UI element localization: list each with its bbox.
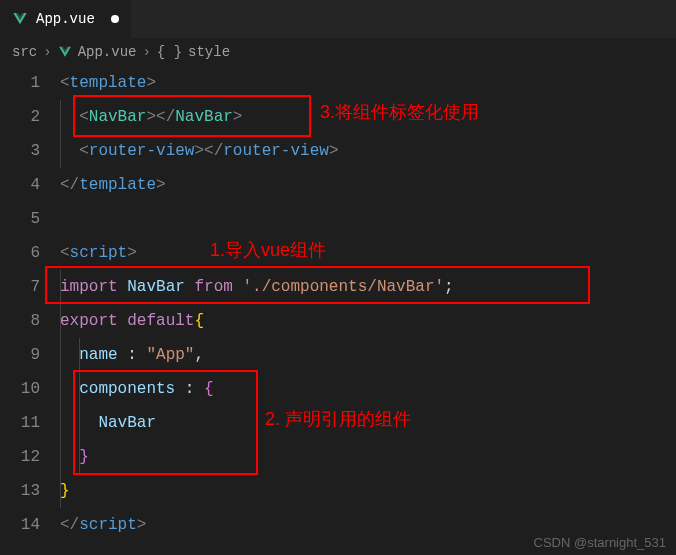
- tab-title: App.vue: [36, 11, 95, 27]
- code-line[interactable]: }: [60, 440, 676, 474]
- line-number: 11: [0, 406, 40, 440]
- vue-icon: [12, 11, 28, 27]
- code-line[interactable]: <router-view></router-view>: [60, 134, 676, 168]
- line-number: 13: [0, 474, 40, 508]
- tab-bar: App.vue: [0, 0, 676, 38]
- breadcrumb[interactable]: src › App.vue › { } style: [0, 38, 676, 66]
- line-number: 8: [0, 304, 40, 338]
- code-line[interactable]: <NavBar></NavBar>: [60, 100, 676, 134]
- line-number: 6: [0, 236, 40, 270]
- code-line[interactable]: name : "App",: [60, 338, 676, 372]
- code-line[interactable]: [60, 202, 676, 236]
- breadcrumb-file[interactable]: App.vue: [78, 44, 137, 60]
- breadcrumb-folder[interactable]: src: [12, 44, 37, 60]
- watermark: CSDN @starnight_531: [534, 535, 666, 550]
- modified-indicator-icon: [111, 15, 119, 23]
- code-line[interactable]: </template>: [60, 168, 676, 202]
- code-line[interactable]: export default{: [60, 304, 676, 338]
- line-number: 9: [0, 338, 40, 372]
- line-number: 14: [0, 508, 40, 542]
- code-line[interactable]: components : {: [60, 372, 676, 406]
- code-line[interactable]: <script>: [60, 236, 676, 270]
- line-number: 10: [0, 372, 40, 406]
- code-line[interactable]: }: [60, 474, 676, 508]
- code-content[interactable]: <template> <NavBar></NavBar> <router-vie…: [60, 66, 676, 542]
- line-number: 5: [0, 202, 40, 236]
- code-line[interactable]: NavBar: [60, 406, 676, 440]
- line-number: 2: [0, 100, 40, 134]
- chevron-right-icon: ›: [43, 44, 51, 60]
- line-number: 12: [0, 440, 40, 474]
- code-editor[interactable]: 1 2 3 4 5 6 7 8 9 10 11 12 13 14 <templa…: [0, 66, 676, 542]
- editor-tab[interactable]: App.vue: [0, 0, 131, 38]
- line-number: 4: [0, 168, 40, 202]
- line-number: 3: [0, 134, 40, 168]
- braces-icon: { }: [157, 44, 182, 60]
- vue-icon: [58, 45, 72, 59]
- code-line[interactable]: <template>: [60, 66, 676, 100]
- chevron-right-icon: ›: [142, 44, 150, 60]
- breadcrumb-symbol[interactable]: style: [188, 44, 230, 60]
- line-gutter: 1 2 3 4 5 6 7 8 9 10 11 12 13 14: [0, 66, 60, 542]
- line-number: 7: [0, 270, 40, 304]
- line-number: 1: [0, 66, 40, 100]
- code-line[interactable]: import NavBar from './components/NavBar'…: [60, 270, 676, 304]
